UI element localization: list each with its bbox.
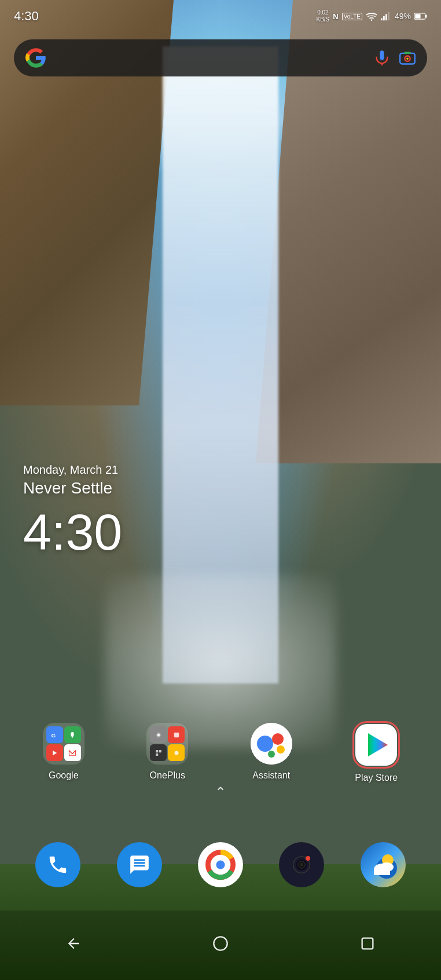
motto-display: Never Settle (23, 479, 122, 498)
battery-percentage: 49% (395, 12, 411, 21)
svg-point-32 (216, 860, 225, 869)
oneplus-icon-img (146, 723, 188, 765)
weather-icon (369, 851, 397, 879)
svg-point-37 (300, 863, 303, 866)
google-mini-youtube (46, 744, 63, 761)
dock-camera[interactable] (279, 842, 324, 887)
back-button[interactable] (65, 935, 82, 956)
svg-point-26 (268, 751, 275, 758)
datetime-overlay: Monday, March 21 Never Settle 4:30 (23, 463, 122, 558)
app-google-label: Google (49, 770, 79, 781)
app-oneplus-label: OnePlus (150, 770, 185, 781)
app-assistant-label: Assistant (252, 770, 290, 781)
messages-icon (128, 854, 150, 876)
svg-point-10 (406, 57, 409, 60)
status-icons: 0.02KB/S N VoLTE 49% (317, 9, 428, 23)
date-display: Monday, March 21 (23, 463, 122, 477)
oneplus-mini-yellow (168, 744, 185, 761)
home-icon (212, 935, 229, 952)
app-drawer-arrow[interactable]: ⌃ (215, 784, 226, 800)
svg-rect-17 (174, 732, 179, 737)
waterfall-mist (105, 575, 336, 748)
svg-marker-15 (53, 750, 57, 755)
nav-bar (0, 910, 441, 980)
network-speed-indicator: 0.02KB/S (317, 9, 330, 23)
dock-weather[interactable] (361, 842, 406, 887)
bottom-dock (0, 842, 441, 887)
phone-icon (47, 854, 69, 876)
assistant-icon-img (251, 723, 292, 765)
svg-rect-19 (159, 750, 161, 752)
oneplus-mini-red (168, 726, 185, 743)
google-mini-g: G (46, 726, 63, 743)
svg-rect-2 (383, 16, 385, 20)
svg-rect-3 (385, 14, 387, 20)
status-time: 4:30 (14, 9, 39, 24)
svg-rect-43 (374, 869, 390, 875)
dock-messages[interactable] (117, 842, 162, 887)
oneplus-mini-dark (150, 744, 167, 761)
battery-icon (414, 12, 427, 20)
search-action-icons (374, 50, 416, 66)
svg-point-44 (214, 937, 227, 950)
play-store-highlight (354, 723, 398, 767)
microphone-icon[interactable] (374, 50, 390, 66)
svg-rect-7 (415, 14, 420, 19)
svg-rect-4 (388, 12, 389, 20)
play-store-icon-img (355, 724, 397, 766)
home-button[interactable] (212, 935, 229, 956)
google-search-bar[interactable] (14, 39, 427, 76)
google-lens-icon[interactable] (399, 50, 416, 66)
google-g-icon (25, 47, 46, 68)
svg-point-24 (272, 733, 284, 745)
back-icon (65, 935, 82, 952)
status-bar: 4:30 0.02KB/S N VoLTE 49% (0, 0, 441, 32)
camera-icon (291, 854, 313, 876)
recents-button[interactable] (359, 935, 376, 956)
wifi-icon (366, 12, 377, 21)
signal-icon (381, 12, 391, 21)
svg-rect-18 (156, 750, 158, 752)
oneplus-mini-settings (150, 726, 167, 743)
chrome-icon (205, 850, 236, 880)
recents-icon (359, 935, 376, 952)
svg-point-0 (371, 19, 373, 21)
nfc-icon: N (333, 12, 338, 21)
google-mini-maps (64, 726, 81, 743)
svg-point-25 (277, 745, 285, 754)
svg-text:G: G (52, 732, 56, 738)
svg-marker-14 (71, 735, 74, 738)
google-mini-gmail (64, 744, 81, 761)
svg-point-23 (257, 736, 273, 752)
app-play-store-label: Play Store (355, 773, 398, 783)
svg-rect-11 (404, 52, 411, 54)
svg-point-21 (174, 751, 178, 755)
svg-rect-45 (362, 938, 373, 949)
google-icon-img: G (43, 723, 84, 765)
svg-point-38 (306, 856, 310, 861)
dock-chrome[interactable] (198, 842, 243, 887)
clock-display: 4:30 (23, 507, 122, 558)
app-assistant[interactable]: Assistant (251, 723, 292, 783)
dock-phone[interactable] (35, 842, 80, 887)
svg-rect-6 (425, 14, 427, 17)
svg-rect-20 (156, 753, 158, 755)
app-grid: G Google (0, 723, 441, 783)
svg-point-13 (71, 732, 74, 736)
app-oneplus[interactable]: OnePlus (146, 723, 188, 783)
svg-rect-1 (381, 19, 383, 21)
app-play-store[interactable]: Play Store (354, 723, 398, 783)
app-google[interactable]: G Google (43, 723, 84, 783)
volte-icon: VoLTE (342, 13, 362, 20)
